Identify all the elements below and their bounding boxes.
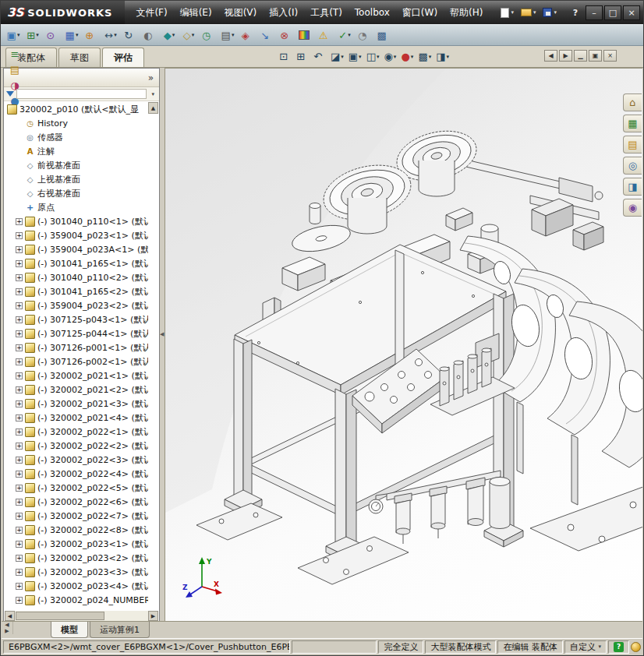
- minimize-button[interactable]: –: [586, 5, 603, 20]
- dropdown-arrow-icon[interactable]: ▾: [377, 54, 380, 60]
- dropdown-arrow-icon[interactable]: ▾: [17, 32, 20, 38]
- next-window-icon[interactable]: ▶: [559, 50, 572, 62]
- view-orientation-icon[interactable]: ▣ ▾: [347, 48, 363, 65]
- rotate-component-icon[interactable]: ↻ ▾: [121, 26, 140, 44]
- zoom-area-icon[interactable]: ⊞ ▾: [295, 48, 310, 65]
- dropdown-arrow-icon[interactable]: ▾: [36, 32, 39, 38]
- tree-horizontal-scrollbar[interactable]: ◀ ▶: [5, 611, 158, 621]
- zoom-fit-icon[interactable]: ⊡ ▾: [278, 48, 293, 65]
- tree-item[interactable]: + (-) 359004_p023<1> (默认: [4, 228, 148, 242]
- dropdown-arrow-icon[interactable]: ▾: [554, 9, 557, 16]
- section-view-icon[interactable]: ◪ ▾: [329, 48, 345, 65]
- menu-item[interactable]: 窗口(W): [396, 3, 444, 23]
- tree-item[interactable]: + (-) 320002_p022<8> (默认: [4, 523, 148, 537]
- menu-item[interactable]: 视图(V): [218, 3, 264, 23]
- display-style-icon[interactable]: ◫ ▾: [365, 48, 381, 65]
- open-icon[interactable]: ▾: [518, 7, 539, 18]
- expand-plus-icon[interactable]: +: [16, 583, 23, 590]
- menu-item[interactable]: 帮助(H): [444, 3, 489, 23]
- bill-of-materials-icon[interactable]: ▤ ▾: [218, 26, 237, 44]
- doc-restore-icon[interactable]: ▣: [589, 50, 602, 62]
- expand-plus-icon[interactable]: +: [16, 372, 23, 379]
- expand-plus-icon[interactable]: +: [16, 485, 23, 492]
- appearances-scenes-icon[interactable]: ◉: [623, 199, 642, 217]
- tree-item[interactable]: + (-) 359004_p023A<1> (默: [4, 242, 148, 256]
- expand-plus-icon[interactable]: +: [16, 218, 23, 225]
- expand-plus-icon[interactable]: +: [16, 302, 23, 309]
- expand-plus-icon[interactable]: +: [16, 555, 23, 562]
- design-library-icon[interactable]: ▦: [623, 115, 642, 132]
- dropdown-arrow-icon[interactable]: ▾: [76, 32, 79, 38]
- show-hidden-components-icon[interactable]: ◐ ▾: [140, 26, 159, 44]
- menu-item[interactable]: 文件(F): [129, 3, 173, 23]
- expand-plus-icon[interactable]: +: [16, 597, 23, 604]
- tree-item[interactable]: + (-) 320002_p021<4> (默认: [4, 411, 148, 425]
- search-icon[interactable]: ◎: [623, 157, 642, 175]
- expand-plus-icon[interactable]: +: [16, 330, 23, 337]
- tree-item[interactable]: + 注解: [4, 144, 148, 158]
- expand-plus-icon[interactable]: +: [16, 386, 23, 393]
- tree-item[interactable]: + (-) 301041_p165<1> (默认: [4, 256, 148, 270]
- commandmanager-tab[interactable]: 评估: [102, 48, 144, 67]
- new-document-icon[interactable]: ▾: [498, 6, 516, 19]
- linear-component-pattern-icon[interactable]: ▦ ▾: [62, 26, 81, 44]
- hide-show-items-icon[interactable]: ◉ ▾: [382, 48, 398, 65]
- apply-scene-icon[interactable]: ▩ ▾: [416, 48, 433, 65]
- take-snapshot-icon[interactable]: ◔ ▾: [355, 26, 373, 44]
- expand-plus-icon[interactable]: +: [16, 569, 23, 576]
- warning-icon[interactable]: ⚠ ▾: [316, 26, 334, 44]
- explode-line-sketch-icon[interactable]: ↘ ▾: [257, 26, 276, 44]
- close-button[interactable]: ×: [623, 5, 640, 20]
- exploded-view-icon[interactable]: ◈ ▾: [238, 26, 257, 44]
- expand-plus-icon[interactable]: +: [16, 499, 23, 506]
- edit-component-icon[interactable]: ▣ ▾: [4, 26, 23, 44]
- expand-plus-icon[interactable]: +: [16, 429, 23, 436]
- tree-item[interactable]: + 原点: [4, 200, 148, 214]
- large-assembly-mode-icon[interactable]: ▩ ▾: [374, 26, 393, 44]
- tab-scroll-right-icon[interactable]: ▶: [2, 628, 13, 634]
- instant3d-icon[interactable]: ✓ ▾: [335, 26, 354, 44]
- doc-close-icon[interactable]: ×: [603, 50, 617, 62]
- tree-item[interactable]: + (-) 359004_p023<2> (默认: [4, 298, 148, 312]
- menu-item[interactable]: Toolbox: [349, 4, 396, 21]
- propertymanager-icon[interactable]: ▤: [6, 62, 23, 78]
- quick-tips-segment[interactable]: ?: [608, 640, 629, 654]
- expand-plus-icon[interactable]: +: [16, 274, 23, 281]
- view-settings-icon[interactable]: ◨ ▾: [434, 48, 451, 65]
- expand-plus-icon[interactable]: +: [16, 344, 23, 351]
- menu-item[interactable]: 工具(T): [304, 3, 349, 23]
- file-explorer-icon[interactable]: ▤: [623, 136, 642, 153]
- scroll-left-button[interactable]: ◀: [5, 611, 15, 621]
- filter-dropdown-icon[interactable]: ▾: [149, 91, 157, 97]
- save-icon[interactable]: ▾: [540, 6, 559, 19]
- insert-components-icon[interactable]: ⊞ ▾: [23, 26, 42, 44]
- tree-item[interactable]: + (-) 320002_p023<3> (默认: [4, 565, 148, 579]
- assembly-features-icon[interactable]: ◆ ▾: [160, 26, 179, 44]
- smart-fasteners-icon[interactable]: ⊕ ▾: [82, 26, 101, 44]
- dropdown-arrow-icon[interactable]: ▾: [114, 32, 117, 38]
- tree-item[interactable]: + (-) 320002_p022<7> (默认: [4, 509, 148, 523]
- tree-item[interactable]: + (-) 307125-p043<1> (默认: [4, 312, 148, 326]
- view-palette-icon[interactable]: ◨: [623, 178, 642, 196]
- dropdown-arrow-icon[interactable]: ▾: [394, 54, 397, 60]
- tree-item[interactable]: + (-) 320002_p023<2> (默认: [4, 551, 148, 565]
- expand-plus-icon[interactable]: +: [16, 414, 23, 421]
- commandmanager-tab[interactable]: 草图: [58, 48, 101, 67]
- graphics-viewport[interactable]: ⌂▦▤◎◨◉ Y X Z: [165, 68, 642, 621]
- previous-window-icon[interactable]: ◀: [544, 50, 557, 62]
- tree-item[interactable]: + (-) 320002_p022<3> (默认: [4, 453, 148, 467]
- expand-plus-icon[interactable]: +: [16, 471, 23, 478]
- tree-item[interactable]: + (-) 320002_p021<3> (默认: [4, 397, 148, 411]
- new-motion-study-icon[interactable]: ◷ ▾: [199, 26, 218, 44]
- resource-monitor-icon[interactable]: [631, 642, 641, 652]
- tree-item[interactable]: + (-) 320002_p024_NUMBER: [4, 593, 148, 607]
- quick-tips-icon[interactable]: ?: [614, 642, 624, 652]
- maximize-button[interactable]: □: [604, 5, 621, 20]
- dropdown-arrow-icon[interactable]: ▾: [192, 32, 195, 38]
- filter-input[interactable]: [16, 89, 147, 99]
- tree-item[interactable]: + (-) 307126-p002<1> (默认: [4, 354, 148, 369]
- expand-plus-icon[interactable]: +: [16, 443, 23, 450]
- previous-view-icon[interactable]: ↶ ▾: [312, 48, 327, 65]
- tree-item[interactable]: + 传感器: [4, 130, 148, 144]
- tree-item[interactable]: + (-) 320002_p022<4> (默认: [4, 467, 148, 481]
